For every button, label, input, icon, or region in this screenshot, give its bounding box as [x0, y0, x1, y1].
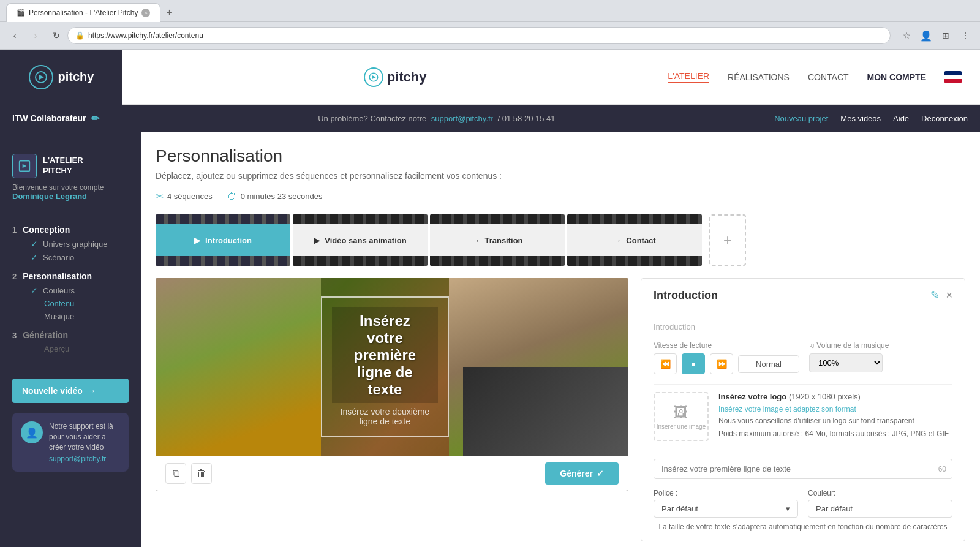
nav-link-mon-compte[interactable]: MON COMPTE — [867, 72, 926, 82]
color-select-button[interactable]: Par défaut — [808, 500, 952, 518]
right-panel: Introduction ✎ × Introduction Vitesse de… — [641, 278, 965, 541]
film-segment-introduction[interactable]: ▶ Introduction — [156, 214, 290, 266]
center-logo-circle — [364, 67, 383, 87]
right-panel-edit-icon[interactable]: ✎ — [930, 289, 940, 302]
speed-controls: ⏪ ● ⏩ Normal — [654, 353, 799, 374]
intro-label: Introduction — [205, 236, 252, 245]
duration-text: 0 minutes 23 secondes — [241, 192, 323, 201]
menu-button[interactable]: ⋮ — [957, 27, 974, 44]
bookmark-button[interactable]: ☆ — [898, 27, 915, 44]
char-count: 60 — [938, 465, 946, 473]
browser-navigation-controls: ‹ › ↻ — [6, 25, 65, 47]
rp-divider-1 — [654, 384, 952, 385]
text-input-row: 60 — [654, 459, 952, 479]
logo-text: pitchy — [58, 70, 94, 84]
first-line-input[interactable] — [654, 459, 952, 479]
check-univers-icon: ✓ — [31, 239, 38, 249]
tab-favicon: 🎬 — [17, 9, 25, 17]
volume-select[interactable]: 100% — [809, 353, 883, 372]
sub-nav-actions: Nouveau projet Mes vidéos Aide Déconnexi… — [774, 114, 968, 123]
contact-icon: → — [613, 236, 621, 245]
sidebar-logo-box — [12, 154, 37, 178]
sidebar-step-2: 2 Personnalisation ✓ Couleurs Contenu Mu… — [0, 268, 141, 326]
video-label: Vidéo sans animation — [325, 236, 406, 245]
generate-button[interactable]: Générer ✓ — [545, 462, 619, 485]
deconnexion-link[interactable]: Déconnexion — [921, 114, 968, 123]
music-icon: ♫ — [809, 341, 815, 350]
top-navigation: pitchy pitchy L'ATELIER RÉALISATIONS CON… — [0, 50, 980, 105]
speed-fast-button[interactable]: ⏩ — [710, 353, 733, 374]
speed-slow-button[interactable]: ⏪ — [654, 353, 677, 374]
sidebar-item-contenu[interactable]: Contenu — [12, 297, 129, 310]
forward-button: › — [27, 27, 44, 44]
film-segment-transition[interactable]: → Transition — [430, 214, 565, 266]
nouveau-projet-link[interactable]: Nouveau projet — [774, 114, 828, 123]
color-label: Couleur: — [808, 489, 952, 497]
logo-info: Insérez votre logo (1920 x 1080 pixels) … — [718, 392, 952, 441]
contact-label: Contact — [626, 236, 655, 245]
font-note: La taille de votre texte s'adaptera auto… — [654, 522, 952, 531]
nav-links: L'ATELIER RÉALISATIONS CONTACT MON COMPT… — [668, 71, 980, 83]
page-title: Personnalisation — [156, 146, 965, 166]
preview-main-text: Insérez votre première ligne de texte — [332, 307, 437, 403]
arrow-right-icon: → — [88, 386, 96, 396]
nav-center-logo: pitchy — [123, 67, 668, 87]
center-logo: pitchy — [364, 67, 427, 87]
check-scenario-icon: ✓ — [31, 252, 38, 262]
support-message: Un problème? Contactez notre support@pit… — [111, 114, 763, 123]
logo-advice-1: Nous vous conseillons d'utiliser un logo… — [718, 416, 952, 426]
sidebar: L'ATELIERPITCHY Bienvenue sur votre comp… — [0, 132, 141, 547]
language-flag[interactable] — [944, 71, 962, 83]
sidebar-welcome-text: Bienvenue sur votre compte — [12, 183, 129, 192]
sidebar-item-musique[interactable]: Musique — [12, 310, 129, 323]
sidebar-item-univers-graphique[interactable]: ✓ Univers graphique — [12, 237, 129, 251]
extensions-button[interactable]: ⊞ — [937, 27, 954, 44]
logo-upload-label: Insérer une image — [657, 423, 706, 430]
font-color-row: Police : Par défaut ▾ Couleur: Par défau… — [654, 489, 952, 518]
tab-close-button[interactable]: × — [141, 9, 150, 17]
stats-row: ✂ 4 séquences ⏱ 0 minutes 23 secondes — [156, 191, 965, 202]
preview-wrapper: Insérez votre première ligne de texte In… — [156, 278, 628, 541]
new-tab-button[interactable]: + — [160, 5, 178, 22]
scissors-icon: ✂ — [156, 191, 164, 202]
account-circle-button[interactable]: 👤 — [918, 27, 935, 44]
refresh-button[interactable]: ↻ — [48, 27, 65, 44]
filmstrip: ▶ Introduction ▶ Vidéo sans animation → … — [156, 214, 965, 266]
sidebar-support-email[interactable]: support@pitchy.fr — [49, 455, 120, 463]
content-body: Insérez votre première ligne de texte In… — [156, 278, 965, 541]
speed-label: Vitesse de lecture — [654, 341, 799, 350]
logo-format-link[interactable]: Insérez votre image et adaptez son forma… — [718, 405, 856, 413]
mes-videos-link[interactable]: Mes vidéos — [840, 114, 881, 123]
nav-link-atelier[interactable]: L'ATELIER — [668, 71, 709, 83]
address-bar[interactable]: 🔒 https://www.pitchy.fr/atelier/contenu — [67, 27, 891, 44]
project-edit-icon[interactable]: ✏ — [91, 113, 99, 124]
nav-link-contact[interactable]: CONTACT — [808, 72, 849, 82]
active-browser-tab[interactable]: 🎬 Personnalisation - L'Atelier Pitchy × — [6, 3, 160, 22]
delete-button[interactable]: 🗑 — [191, 463, 212, 484]
browser-toolbar-row: ‹ › ↻ 🔒 https://www.pitchy.fr/atelier/co… — [0, 22, 980, 50]
aide-link[interactable]: Aide — [893, 114, 909, 123]
back-button[interactable]: ‹ — [6, 27, 23, 44]
video-icon: ▶ — [314, 236, 320, 245]
intro-icon: ▶ — [194, 236, 200, 245]
add-segment-button[interactable]: + — [709, 214, 746, 266]
new-video-button[interactable]: Nouvelle vidéo → — [12, 379, 129, 403]
sidebar-item-couleurs[interactable]: ✓ Couleurs — [12, 284, 129, 297]
sidebar-item-scenario[interactable]: ✓ Scénario — [12, 251, 129, 264]
right-panel-close-button[interactable]: × — [946, 289, 952, 302]
support-email-link[interactable]: support@pitchy.fr — [431, 114, 493, 123]
speed-normal-button[interactable]: ● — [682, 353, 705, 374]
rp-divider-2 — [654, 451, 952, 451]
duplicate-button[interactable]: ⧉ — [165, 463, 186, 484]
logo-advice-2: Poids maximum autorisé : 64 Mo, formats … — [718, 429, 952, 439]
image-upload-icon: 🖼 — [674, 404, 688, 421]
sidebar-item-apercu[interactable]: Aperçu — [12, 342, 129, 355]
font-select-button[interactable]: Par défaut ▾ — [654, 500, 798, 518]
logo-upload-box[interactable]: 🖼 Insérer une image — [654, 392, 709, 441]
new-video-label: Nouvelle vidéo — [22, 386, 83, 396]
nav-link-realisations[interactable]: RÉALISATIONS — [728, 72, 790, 82]
film-segment-contact[interactable]: → Contact — [567, 214, 702, 266]
film-segment-video[interactable]: ▶ Vidéo sans animation — [293, 214, 428, 266]
sidebar-account: L'ATELIERPITCHY Bienvenue sur votre comp… — [0, 144, 141, 211]
right-panel-body: Introduction Vitesse de lecture ⏪ ● ⏩ No… — [641, 312, 965, 541]
